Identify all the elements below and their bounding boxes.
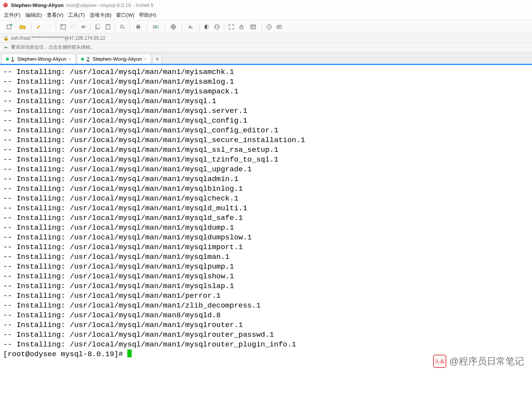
svg-rect-13	[137, 25, 139, 26]
info-bar: ➦ 要添加当前会话，点击左侧的箭头按钮。	[0, 43, 532, 52]
layout-button[interactable]	[247, 22, 259, 32]
find-button[interactable]	[118, 22, 127, 32]
address-url[interactable]: ssh://root:******************@47.105.174…	[11, 35, 105, 41]
add-arrow-icon[interactable]: ➦	[3, 45, 9, 50]
svg-rect-8	[97, 24, 100, 28]
address-bar: 🔒 ssh://root:******************@47.105.1…	[0, 33, 532, 43]
color-scheme-button[interactable]	[202, 22, 211, 32]
tab-session-2[interactable]: 2 Stephen-Wong-Aliyun ×	[77, 54, 151, 64]
toolbar-separator	[56, 23, 56, 31]
svg-point-1	[4, 4, 5, 5]
terminal-lines: -- Installing: /usr/local/mysql/man/man1…	[3, 68, 305, 349]
transfer-button[interactable]	[150, 22, 162, 32]
app-icon	[2, 2, 9, 8]
svg-rect-2	[7, 25, 11, 29]
svg-point-3	[50, 25, 51, 26]
toolbar-separator	[164, 23, 165, 31]
menubar: 文件(F) 编辑(E) 查看(V) 工具(T) 选项卡(B) 窗口(W) 帮助(…	[0, 10, 532, 20]
add-tab-button[interactable]: +	[152, 54, 162, 64]
tab-bar: 1 Stephen-Wong-Aliyun × 2 Stephen-Wong-A…	[0, 52, 532, 64]
close-tab-icon[interactable]: ×	[69, 56, 71, 62]
reconnect-button[interactable]	[69, 22, 78, 32]
terminal-output[interactable]: -- Installing: /usr/local/mysql/man/man1…	[0, 65, 532, 399]
disconnect-button[interactable]	[79, 22, 88, 32]
highlight-button[interactable]	[34, 22, 43, 32]
print-button[interactable]	[132, 22, 144, 32]
toolbar-separator	[224, 23, 224, 31]
title-subtitle: root@odysee:~/mysql-8.0.19 - Xshell 5	[66, 2, 154, 8]
menu-edit[interactable]: 编辑(E)	[25, 12, 42, 19]
tab-number: 1	[11, 56, 14, 62]
svg-rect-16	[156, 26, 158, 28]
svg-rect-5	[62, 25, 63, 26]
compose-button[interactable]	[275, 22, 284, 32]
svg-point-0	[3, 3, 8, 7]
watermark-text: @程序员日常笔记	[449, 355, 524, 367]
wand-button[interactable]	[44, 22, 53, 32]
toolbar-separator	[31, 23, 32, 31]
title-session: Stephen-Wong-Aliyun	[11, 2, 64, 8]
menu-tabs[interactable]: 选项卡(B)	[90, 12, 111, 19]
shell-prompt: [root@odysee mysql-8.0.19]#	[3, 350, 127, 359]
svg-text:A: A	[191, 26, 193, 30]
menu-file[interactable]: 文件(F)	[4, 12, 21, 19]
watermark-logo-icon: 头条	[433, 355, 446, 368]
font-button[interactable]: AA	[185, 22, 197, 32]
properties-button[interactable]	[58, 22, 68, 32]
watermark: 头条 @程序员日常笔记	[433, 355, 524, 368]
tab-session-1[interactable]: 1 Stephen-Wong-Aliyun ×	[2, 54, 76, 64]
copy-button[interactable]	[93, 22, 102, 32]
info-hint: 要添加当前会话，点击左侧的箭头按钮。	[11, 44, 95, 51]
fullscreen-button[interactable]	[227, 22, 236, 32]
svg-rect-10	[107, 24, 109, 25]
open-session-button[interactable]	[16, 22, 29, 32]
svg-rect-26	[277, 25, 282, 28]
tab-label: Stephen-Wong-Aliyun	[17, 56, 66, 62]
toolbar-separator	[199, 23, 200, 31]
status-dot-icon	[6, 58, 9, 61]
encoding-button[interactable]	[167, 22, 180, 32]
cursor-icon	[127, 350, 132, 357]
svg-point-11	[120, 25, 123, 28]
tab-label: Stephen-Wong-Aliyun	[93, 56, 142, 62]
lock-icon: 🔒	[3, 35, 9, 41]
paste-button[interactable]	[103, 22, 113, 32]
toolbar-separator	[90, 23, 91, 31]
script-button[interactable]	[212, 22, 222, 32]
status-dot-icon	[81, 58, 84, 61]
toolbar-separator	[262, 23, 262, 31]
svg-rect-22	[240, 26, 243, 29]
svg-rect-4	[61, 25, 65, 29]
svg-rect-23	[251, 25, 255, 29]
toolbar-separator	[182, 23, 182, 31]
svg-rect-15	[153, 26, 155, 28]
svg-text:?: ?	[268, 25, 270, 29]
lock-button[interactable]	[237, 22, 246, 32]
toolbar-separator	[129, 23, 130, 31]
tab-number: 2	[86, 56, 89, 62]
toolbar-separator	[147, 23, 147, 31]
close-tab-icon[interactable]: ×	[144, 56, 147, 62]
toolbar-separator	[115, 23, 115, 31]
help-button[interactable]: ?	[264, 22, 274, 32]
titlebar: Stephen-Wong-Aliyun root@odysee:~/mysql-…	[0, 0, 532, 10]
svg-rect-14	[137, 28, 139, 29]
new-session-button[interactable]	[3, 22, 16, 32]
menu-window[interactable]: 窗口(W)	[116, 12, 134, 19]
toolbar: AA ?	[0, 20, 532, 33]
menu-tools[interactable]: 工具(T)	[68, 12, 85, 19]
menu-view[interactable]: 查看(V)	[47, 12, 63, 19]
menu-help[interactable]: 帮助(H)	[139, 12, 156, 19]
